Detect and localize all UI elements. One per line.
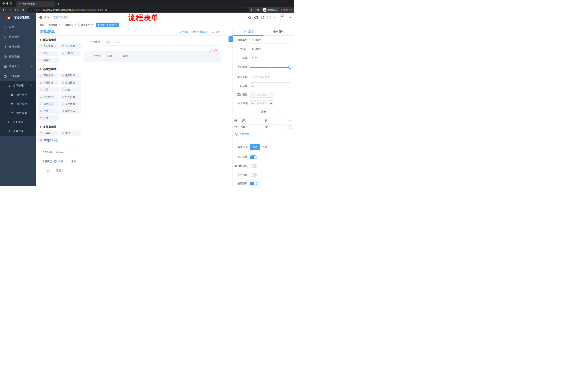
- form-name-input[interactable]: [54, 149, 81, 155]
- status-radio-off[interactable]: 关闭: [67, 160, 76, 163]
- close-icon[interactable]: ×: [58, 24, 61, 26]
- palette-item-multi-text[interactable]: 多行文本: [60, 43, 81, 49]
- new-tab-button[interactable]: [57, 2, 60, 6]
- palette-item-time-picker[interactable]: 时间选择: [38, 94, 59, 100]
- decrease-button[interactable]: −: [250, 101, 255, 106]
- disabled-toggle[interactable]: [250, 173, 257, 177]
- tag-process-definition[interactable]: 流程定义×: [47, 22, 62, 27]
- minimize-window-button[interactable]: [6, 2, 8, 5]
- field-phone[interactable]: *手机号: [83, 39, 232, 45]
- checkbox-icon[interactable]: [103, 55, 105, 57]
- sidebar-item-system[interactable]: 系统管理: [0, 32, 36, 42]
- palette-item-button[interactable]: 按钮: [60, 130, 81, 136]
- palette-item-table[interactable]: 表格[开发中]: [38, 138, 59, 143]
- sidebar-item-workflow[interactable]: 工作流程: [0, 71, 36, 81]
- user-menu[interactable]: [281, 14, 292, 21]
- palette-item-password[interactable]: 密码: [38, 51, 59, 56]
- close-icon[interactable]: ×: [91, 24, 93, 26]
- sidebar-item-devtools[interactable]: 研发工具: [0, 62, 36, 71]
- increase-button[interactable]: +: [268, 92, 274, 97]
- slider-handle[interactable]: [288, 65, 292, 69]
- increase-button[interactable]: +: [268, 101, 274, 106]
- palette-item-radio-group[interactable]: 单选框组: [38, 80, 59, 85]
- drag-option-icon[interactable]: [234, 119, 237, 122]
- sidebar-item-task-mgmt[interactable]: 任务管理: [0, 117, 36, 127]
- fullscreen-icon[interactable]: [267, 16, 271, 19]
- field-bind-tab[interactable]: [229, 36, 233, 42]
- palette-item-cascader[interactable]: 级联选择: [60, 73, 81, 78]
- browser-menu-icon[interactable]: [289, 9, 290, 11]
- min-select-stepper[interactable]: − 至少应选 +: [250, 92, 274, 97]
- palette-item-single-text[interactable]: 单行文本: [38, 43, 59, 49]
- form-remark-textarea[interactable]: 嘿嘿: [54, 168, 81, 178]
- palette-item-color-picker[interactable]: 颜色选择: [60, 108, 81, 114]
- reload-icon[interactable]: [15, 8, 18, 11]
- save-button[interactable]: 保存: [179, 30, 188, 33]
- browser-tab[interactable]: 芋道管理系统 ×: [16, 1, 55, 7]
- tag-process-model[interactable]: 流程模型×: [63, 22, 79, 27]
- sidebar-fold-icon[interactable]: [36, 16, 44, 19]
- gender-checkbox-option1[interactable]: 选项一: [103, 54, 115, 58]
- breadcrumb-home[interactable]: 首页: [44, 16, 49, 19]
- default-value-input[interactable]: [250, 83, 290, 89]
- field-gender-selected[interactable]: *性别 选项一 选项二: [84, 51, 221, 62]
- remove-option-button[interactable]: [289, 119, 292, 122]
- remove-option-button[interactable]: [289, 125, 292, 129]
- font-size-icon[interactable]: TT: [274, 16, 278, 19]
- github-icon[interactable]: [254, 16, 258, 19]
- palette-item-date-picker[interactable]: 日期选择: [38, 101, 59, 107]
- sidebar-item-payment[interactable]: 支付管理: [0, 42, 36, 52]
- add-option-button[interactable]: 添加选项: [233, 133, 294, 136]
- search-icon[interactable]: [248, 16, 252, 19]
- tag-process-form-edit[interactable]: 流程表单-编辑×: [96, 22, 119, 27]
- resize-grip-icon[interactable]: [79, 176, 81, 178]
- palette-item-slider[interactable]: 滑块: [60, 87, 81, 93]
- duplicate-field-button[interactable]: [209, 49, 213, 53]
- sidebar-item-process-mgmt[interactable]: 流程管理: [0, 81, 36, 90]
- palette-item-select[interactable]: 下拉选择: [38, 73, 59, 78]
- drag-option-icon[interactable]: [234, 126, 237, 129]
- option2-name-input[interactable]: [239, 124, 262, 130]
- tab-form-props[interactable]: 表单属性: [263, 28, 294, 35]
- palette-item-editor[interactable]: 编辑器: [38, 58, 59, 63]
- bookmark-star-icon[interactable]: [256, 8, 259, 11]
- style-button-button[interactable]: 按钮: [260, 144, 270, 150]
- palette-item-rate[interactable]: 评分: [38, 108, 59, 114]
- phone-input[interactable]: [103, 39, 219, 45]
- close-window-button[interactable]: [2, 2, 5, 5]
- window-controls[interactable]: [0, 0, 15, 7]
- tab-component-props[interactable]: 组件属性: [233, 28, 263, 35]
- max-select-stepper[interactable]: − 最多可选 +: [250, 100, 274, 106]
- show-label-toggle[interactable]: [250, 155, 257, 159]
- option1-name-input[interactable]: [239, 117, 262, 123]
- forward-icon[interactable]: [9, 8, 12, 11]
- border-toggle[interactable]: [250, 164, 257, 168]
- option2-value-input[interactable]: [263, 124, 287, 130]
- title-input[interactable]: [250, 55, 290, 61]
- sidebar-item-process-form[interactable]: 流程表单: [0, 90, 36, 99]
- palette-item-switch[interactable]: 开关: [38, 87, 59, 93]
- field-name-input[interactable]: [250, 46, 290, 53]
- option1-value-input[interactable]: [263, 117, 287, 123]
- sidebar-item-user-group[interactable]: 用户分组: [0, 99, 36, 108]
- close-icon[interactable]: ×: [74, 24, 77, 26]
- palette-item-checkbox-group[interactable]: 多选框组: [60, 80, 81, 85]
- back-icon[interactable]: [2, 8, 5, 11]
- tag-home[interactable]: 首页: [38, 22, 46, 27]
- required-toggle[interactable]: [250, 182, 257, 185]
- close-icon[interactable]: ×: [115, 24, 117, 26]
- sidebar-item-infra[interactable]: 基础设施: [0, 52, 36, 62]
- update-button[interactable]: 更新: [281, 8, 292, 12]
- palette-item-time-range[interactable]: 时间范围: [60, 94, 81, 100]
- clear-button[interactable]: 清空: [211, 30, 220, 33]
- label-width-input[interactable]: [250, 74, 290, 80]
- sidebar-item-process-model[interactable]: 流程模型: [0, 108, 36, 117]
- sidebar-logo[interactable]: 芋道管理系统: [0, 13, 36, 22]
- help-icon[interactable]: ?: [261, 16, 264, 19]
- style-default-button[interactable]: 默认: [250, 144, 260, 150]
- zoom-window-button[interactable]: [10, 2, 12, 5]
- form-canvas[interactable]: *手机号: [83, 36, 232, 186]
- palette-item-date-range[interactable]: 日期范围: [60, 101, 81, 107]
- home-icon[interactable]: [21, 8, 24, 11]
- address-bar[interactable]: 不安全 dashboard.yudao.iocoder.cn/bpm/manag…: [27, 8, 249, 12]
